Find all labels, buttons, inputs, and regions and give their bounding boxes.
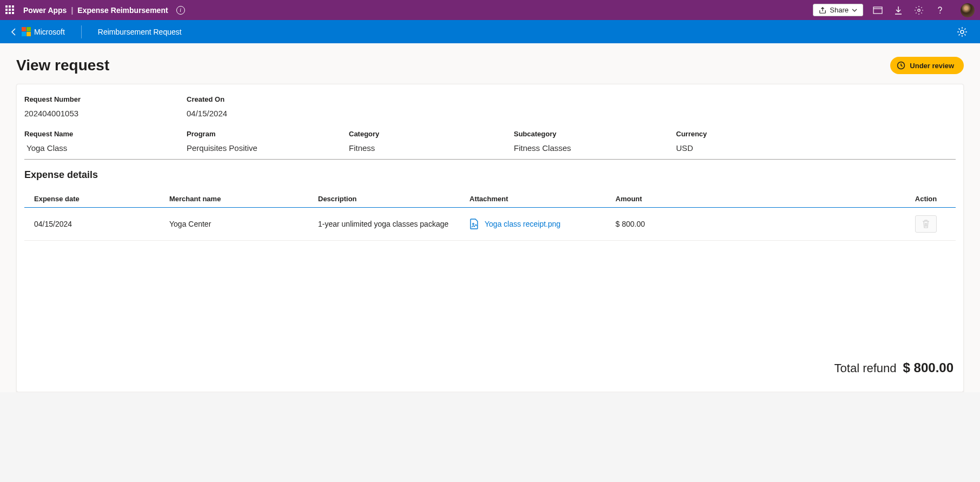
field-category: Category Fitness [349, 130, 514, 153]
col-merchant: Merchant name [160, 190, 308, 208]
attachment-name: Yoga class receipt.png [485, 220, 560, 228]
company-label: Microsoft [34, 28, 65, 36]
table-row: 04/15/2024 Yoga Center 1-year unlimited … [24, 208, 956, 241]
svg-point-3 [961, 30, 964, 34]
col-action: Action [896, 190, 956, 208]
expense-table: Expense date Merchant name Description A… [24, 190, 956, 241]
field-subcategory: Subcategory Fitness Classes [514, 130, 676, 153]
header-divider [81, 25, 82, 38]
clock-icon [897, 61, 905, 70]
status-label: Under review [910, 62, 954, 70]
trash-icon [922, 220, 930, 228]
total-refund-label: Total refund [835, 361, 897, 375]
app-launcher-icon[interactable] [5, 5, 15, 15]
user-avatar[interactable] [961, 3, 975, 17]
settings-icon[interactable] [914, 5, 924, 15]
microsoft-logo-icon [22, 27, 31, 36]
col-attachment: Attachment [460, 190, 606, 208]
delete-row-button[interactable] [915, 215, 937, 233]
attachment-link[interactable]: Yoga class receipt.png [469, 219, 596, 229]
page-body: View request Under review Request Number… [0, 43, 980, 392]
field-currency: Currency USD [676, 130, 956, 153]
cell-amount: $ 800.00 [606, 208, 896, 241]
app-name[interactable]: Expense Reimbursement [77, 6, 168, 15]
status-badge: Under review [890, 57, 964, 74]
request-card: Request Number 202404001053 Created On 0… [16, 84, 964, 392]
svg-point-5 [473, 223, 474, 225]
field-request-number: Request Number 202404001053 [24, 95, 187, 118]
table-header-row: Expense date Merchant name Description A… [24, 190, 956, 208]
section-divider [24, 159, 956, 160]
power-apps-top-bar: Power Apps | Expense Reimbursement i Sha… [0, 0, 980, 20]
download-icon[interactable] [895, 6, 902, 15]
top-title: Power Apps | Expense Reimbursement [23, 6, 168, 15]
cell-description: 1-year unlimited yoga classes package [308, 208, 460, 241]
cell-date: 04/15/2024 [24, 208, 160, 241]
expense-details-title: Expense details [24, 169, 956, 181]
app-settings-icon[interactable] [956, 26, 968, 38]
page-title: View request [16, 57, 109, 74]
app-header-bar: Microsoft Reimbursement Request [0, 20, 980, 43]
field-request-name: Request Name Yoga Class [24, 130, 187, 153]
col-amount: Amount [606, 190, 896, 208]
svg-rect-0 [873, 7, 882, 14]
info-icon[interactable]: i [176, 6, 185, 15]
cell-merchant: Yoga Center [160, 208, 308, 241]
share-label: Share [830, 6, 849, 14]
back-button[interactable] [5, 28, 22, 36]
help-icon[interactable] [936, 6, 944, 15]
image-file-icon [469, 219, 479, 229]
col-expense-date: Expense date [24, 190, 160, 208]
screen-title: Reimbursement Request [98, 28, 182, 36]
total-refund-value: $ 800.00 [903, 360, 953, 375]
share-icon [819, 6, 826, 14]
svg-point-2 [939, 12, 941, 14]
share-button[interactable]: Share [813, 4, 863, 16]
field-program: Program Perquisites Positive [187, 130, 349, 153]
title-separator: | [71, 6, 73, 15]
field-created-on: Created On 04/15/2024 [187, 95, 956, 118]
product-name[interactable]: Power Apps [23, 6, 67, 15]
fit-screen-icon[interactable] [873, 6, 883, 14]
col-description: Description [308, 190, 460, 208]
svg-point-1 [918, 9, 920, 11]
chevron-down-icon [852, 9, 857, 12]
